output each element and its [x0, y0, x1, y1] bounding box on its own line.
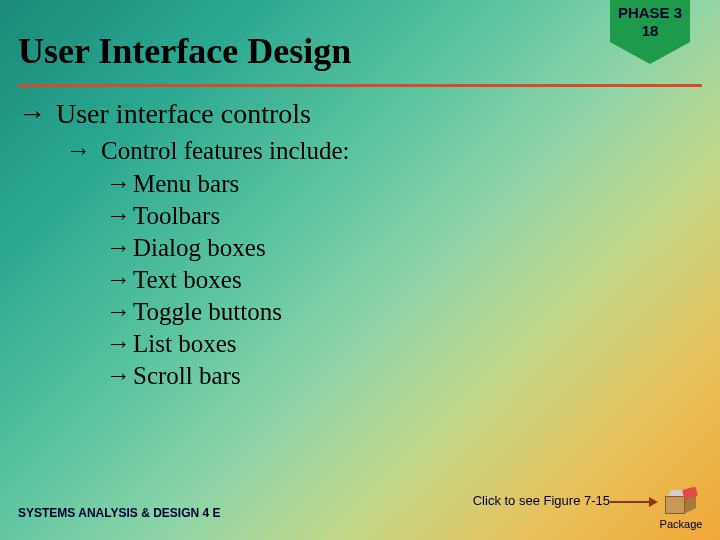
phase-badge: PHASE 3 18 [610, 0, 690, 64]
figure-link[interactable]: Click to see Figure 7-15 [473, 493, 610, 508]
lvl1-text: User interface controls [56, 98, 311, 130]
package-label: Package [656, 518, 706, 530]
bullet-lvl3-3: → Text boxes [106, 265, 350, 294]
lvl3-text: Text boxes [133, 266, 242, 294]
bullet-lvl3-2: → Dialog boxes [106, 233, 350, 262]
bullet-lvl1: → User interface controls [18, 98, 350, 130]
footer-text: SYSTEMS ANALYSIS & DESIGN 4 E [18, 506, 221, 520]
bullet-lvl3-0: → Menu bars [106, 169, 350, 198]
arrow-icon: → [66, 136, 91, 165]
arrow-icon: → [106, 169, 131, 198]
lvl3-text: Menu bars [133, 170, 239, 198]
bullet-lvl3-1: → Toolbars [106, 201, 350, 230]
arrow-icon: → [106, 361, 131, 390]
arrow-icon: → [106, 201, 131, 230]
title-divider [18, 84, 702, 87]
content-block: → User interface controls → Control feat… [18, 98, 350, 393]
package-box-icon [665, 490, 697, 516]
arrow-icon: → [18, 98, 46, 130]
phase-line1: PHASE 3 [610, 4, 690, 22]
bullet-lvl3-4: → Toggle buttons [106, 297, 350, 326]
lvl3-text: Toolbars [133, 202, 220, 230]
lvl3-text: Scroll bars [133, 362, 241, 390]
lvl3-text: List boxes [133, 330, 236, 358]
arrow-icon: → [106, 329, 131, 358]
arrow-icon: → [106, 233, 131, 262]
link-arrow-line-icon [610, 501, 650, 503]
bullet-lvl3-5: → List boxes [106, 329, 350, 358]
phase-rect: PHASE 3 18 [610, 0, 690, 42]
arrow-icon: → [106, 265, 131, 294]
lvl3-text: Dialog boxes [133, 234, 266, 262]
phase-line2: 18 [610, 22, 690, 40]
bullet-lvl3-6: → Scroll bars [106, 361, 350, 390]
lvl3-text: Toggle buttons [133, 298, 282, 326]
lvl2-text: Control features include: [101, 137, 350, 165]
phase-arrow-icon [610, 42, 690, 64]
arrow-icon: → [106, 297, 131, 326]
package-button[interactable]: Package [656, 490, 706, 530]
page-title: User Interface Design [18, 30, 351, 72]
bullet-lvl2: → Control features include: [66, 136, 350, 165]
